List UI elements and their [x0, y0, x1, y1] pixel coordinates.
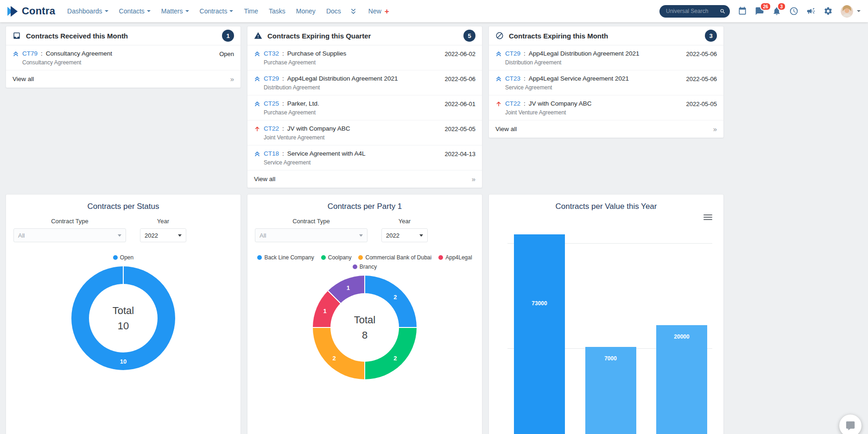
contract-row[interactable]: CT29: App4Legal Distribution Agreement 2…: [489, 45, 723, 70]
donut-center-label: Total: [354, 314, 375, 326]
view-all-label: View all: [13, 75, 34, 82]
chart-card-pie: Contracts per StatusContract TypeAllYear…: [6, 194, 241, 434]
chart-filters: Contract TypeAllYear2022: [247, 212, 482, 242]
new-button-label: New: [368, 7, 381, 15]
donut-chart[interactable]: 10Total10: [71, 266, 175, 370]
contract-id-link[interactable]: CT22: [505, 100, 520, 107]
view-all-link[interactable]: View all: [247, 170, 482, 188]
dropdown-caret-icon: [105, 10, 108, 12]
legend-label: Brancy: [360, 264, 377, 270]
bar[interactable]: 73000: [514, 234, 565, 434]
contract-row-right-value: 2022-05-06: [686, 75, 717, 91]
view-all-label: View all: [495, 126, 517, 132]
nav-item-matters[interactable]: Matters: [161, 7, 189, 15]
messages-button[interactable]: 26: [755, 6, 764, 16]
year-select-value: 2022: [386, 232, 399, 239]
settings-button[interactable]: [824, 6, 833, 16]
contract-row[interactable]: CT22: JV with Company ABCJoint Venture A…: [489, 95, 723, 120]
contract-id-link[interactable]: CT23: [505, 75, 520, 82]
contract-row-line: CT22: JV with Company ABC: [495, 100, 592, 107]
year-filter: Year2022: [381, 218, 428, 242]
profile-menu-caret[interactable]: [857, 10, 861, 12]
contract-row[interactable]: CT22: JV with Company ABCJoint Venture A…: [247, 120, 482, 145]
app-logo[interactable]: Contra: [6, 5, 55, 17]
contract-id-link[interactable]: CT29: [505, 50, 520, 57]
summary-card: Contracts Expiring this Month3CT29: App4…: [488, 26, 724, 138]
contract-id-link[interactable]: CT18: [264, 150, 279, 157]
legend-item[interactable]: Commercial Bank of Dubai: [358, 254, 431, 261]
year-select[interactable]: 2022: [140, 228, 186, 242]
contract-id-link[interactable]: CT32: [264, 50, 279, 57]
view-all-link[interactable]: View all: [489, 120, 723, 138]
nav-item-dashboards[interactable]: Dashboards: [67, 7, 108, 15]
contract-row[interactable]: CT18: Service Agreement with A4LService …: [247, 145, 482, 170]
double-chevron-right-icon: [472, 175, 475, 183]
type-select[interactable]: All: [255, 228, 367, 242]
nav-item-label: Tasks: [269, 7, 285, 15]
contract-row-right-value: 2022-04-13: [445, 150, 476, 166]
count-badge: 1: [222, 30, 234, 42]
search-input[interactable]: [665, 7, 720, 15]
contract-id-link[interactable]: CT25: [264, 100, 279, 107]
new-button[interactable]: New +: [368, 7, 389, 15]
megaphone-icon: [806, 6, 816, 16]
contract-row-main: CT18: Service Agreement with A4LService …: [254, 150, 366, 166]
announcements-button[interactable]: [806, 6, 816, 16]
contract-row-right-value: Open: [219, 50, 234, 66]
priority-high-icon: [254, 151, 260, 157]
nav-item-label: Matters: [161, 7, 183, 15]
nav-overflow-button[interactable]: [350, 8, 356, 15]
chart-filters: Contract TypeAllYear2022: [6, 212, 241, 242]
contract-row-right-value: 2022-05-06: [445, 75, 476, 91]
legend-item[interactable]: Back Line Company: [257, 254, 314, 261]
segment-value-label: 1: [347, 284, 350, 291]
contract-row-line: CT22: JV with Company ABC: [254, 125, 350, 132]
nav-item-time[interactable]: Time: [244, 7, 258, 15]
chart-title: Contracts per Party 1: [247, 195, 482, 212]
segment-value-label: 2: [333, 354, 336, 361]
legend-dot: [438, 255, 443, 260]
donut-center-label: Total: [113, 305, 134, 317]
contract-row[interactable]: CT23: App4Legal Service Agreement 2021Se…: [489, 70, 723, 95]
contract-row[interactable]: CT79: Consultancy AgreementConsultancy A…: [6, 45, 241, 70]
summary-card-title: Contracts Expiring this Month: [509, 32, 608, 40]
contract-id-link[interactable]: CT79: [22, 50, 38, 57]
chart-card-bar: Contracts per Value this Year73000700020…: [488, 194, 724, 434]
legend-item[interactable]: Open: [113, 254, 133, 261]
recent-activity-button[interactable]: [789, 6, 798, 16]
inbox-icon: [13, 31, 21, 40]
chat-launcher-button[interactable]: [839, 415, 862, 434]
contract-row[interactable]: CT32: Purchase of SuppliesPurchase Agree…: [247, 45, 482, 70]
calendar-button[interactable]: [738, 6, 747, 16]
year-select[interactable]: 2022: [381, 228, 428, 242]
select-caret-icon: [359, 234, 363, 237]
donut-chart[interactable]: 22211Total8: [313, 276, 417, 379]
summary-card: Contracts Received this Month1CT79: Cons…: [6, 26, 241, 88]
nav-item-contracts[interactable]: Contracts: [200, 7, 234, 15]
user-avatar[interactable]: [841, 5, 853, 18]
view-all-link[interactable]: View all: [6, 70, 241, 88]
universal-search[interactable]: [659, 5, 730, 18]
contract-id-link[interactable]: CT22: [264, 125, 279, 132]
contract-row[interactable]: CT29: App4Legal Distribution Agreement 2…: [247, 70, 482, 95]
nav-item-money[interactable]: Money: [296, 7, 316, 15]
chart-menu-button[interactable]: [703, 213, 712, 221]
legend-dot: [353, 264, 357, 269]
type-select[interactable]: All: [13, 228, 126, 242]
double-chevron-right-icon: [230, 75, 234, 83]
notifications-button[interactable]: 3: [772, 6, 781, 16]
legend-item[interactable]: Coolpany: [321, 254, 352, 261]
legend-item[interactable]: App4Legal: [438, 254, 472, 261]
priority-urgent-icon: [254, 126, 260, 132]
bar[interactable]: 20000: [656, 325, 707, 434]
nav-item-contacts[interactable]: Contacts: [119, 7, 151, 15]
legend-item[interactable]: Brancy: [353, 264, 377, 270]
nav-item-tasks[interactable]: Tasks: [269, 7, 285, 15]
bar[interactable]: 7000: [585, 347, 636, 434]
nav-item-docs[interactable]: Docs: [326, 7, 341, 15]
clock-icon: [789, 6, 798, 16]
contract-id-link[interactable]: CT29: [264, 75, 279, 82]
contract-row-line: CT29: App4Legal Distribution Agreement 2…: [495, 50, 639, 57]
contract-row[interactable]: CT25: Parker, Ltd.Purchase Agreement2022…: [247, 95, 482, 120]
contract-row-line: CT23: App4Legal Service Agreement 2021: [495, 75, 629, 82]
